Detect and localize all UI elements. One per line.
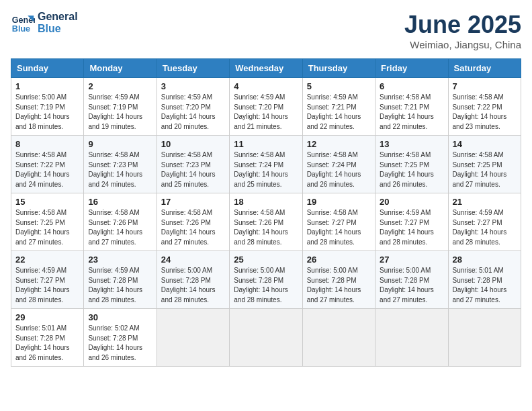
day-of-week-wednesday: Wednesday xyxy=(230,59,302,78)
day-number: 17 xyxy=(161,197,225,207)
title-area: June 2025 Weimiao, Jiangsu, China xyxy=(404,11,521,50)
calendar-cell-7: 7Sunrise: 4:58 AM Sunset: 7:22 PM Daylig… xyxy=(448,78,521,136)
calendar-cell-4: 4Sunrise: 4:59 AM Sunset: 7:20 PM Daylig… xyxy=(230,78,302,136)
day-number: 13 xyxy=(380,139,443,149)
day-number: 9 xyxy=(88,139,152,149)
day-number: 5 xyxy=(307,81,371,91)
day-content: Sunrise: 5:01 AM Sunset: 7:28 PM Dayligh… xyxy=(15,324,79,363)
calendar-cell-30: 30Sunrise: 5:02 AM Sunset: 7:28 PM Dayli… xyxy=(84,309,157,367)
calendar-cell-23: 23Sunrise: 4:59 AM Sunset: 7:28 PM Dayli… xyxy=(84,251,157,309)
day-content: Sunrise: 4:59 AM Sunset: 7:20 PM Dayligh… xyxy=(234,93,298,132)
day-of-week-sunday: Sunday xyxy=(11,59,84,78)
day-content: Sunrise: 4:58 AM Sunset: 7:22 PM Dayligh… xyxy=(453,93,517,132)
calendar-cell-3: 3Sunrise: 4:59 AM Sunset: 7:20 PM Daylig… xyxy=(157,78,229,136)
day-content: Sunrise: 5:00 AM Sunset: 7:19 PM Dayligh… xyxy=(15,93,79,132)
day-number: 23 xyxy=(88,255,152,265)
day-content: Sunrise: 4:58 AM Sunset: 7:21 PM Dayligh… xyxy=(380,93,443,132)
calendar-cell-29: 29Sunrise: 5:01 AM Sunset: 7:28 PM Dayli… xyxy=(11,309,84,367)
day-number: 28 xyxy=(453,255,517,265)
day-of-week-tuesday: Tuesday xyxy=(157,59,229,78)
calendar-cell-26: 26Sunrise: 5:00 AM Sunset: 7:28 PM Dayli… xyxy=(302,251,375,309)
calendar-week-1: 8Sunrise: 4:58 AM Sunset: 7:22 PM Daylig… xyxy=(11,136,521,193)
calendar-cell-12: 12Sunrise: 4:58 AM Sunset: 7:24 PM Dayli… xyxy=(302,136,375,193)
day-content: Sunrise: 4:58 AM Sunset: 7:23 PM Dayligh… xyxy=(161,150,225,189)
day-of-week-monday: Monday xyxy=(84,59,157,78)
calendar-cell-empty xyxy=(157,309,229,367)
calendar: SundayMondayTuesdayWednesdayThursdayFrid… xyxy=(11,58,521,367)
day-number: 8 xyxy=(15,139,79,149)
calendar-cell-28: 28Sunrise: 5:01 AM Sunset: 7:28 PM Dayli… xyxy=(448,251,521,309)
day-content: Sunrise: 5:00 AM Sunset: 7:28 PM Dayligh… xyxy=(380,266,443,305)
day-of-week-friday: Friday xyxy=(375,59,448,78)
day-content: Sunrise: 4:58 AM Sunset: 7:22 PM Dayligh… xyxy=(15,150,79,189)
calendar-header-row: SundayMondayTuesdayWednesdayThursdayFrid… xyxy=(11,59,521,78)
logo-blue: Blue xyxy=(38,23,78,35)
location-title: Weimiao, Jiangsu, China xyxy=(404,39,521,50)
calendar-cell-21: 21Sunrise: 4:59 AM Sunset: 7:27 PM Dayli… xyxy=(448,193,521,251)
day-content: Sunrise: 4:58 AM Sunset: 7:27 PM Dayligh… xyxy=(307,208,371,247)
day-content: Sunrise: 4:58 AM Sunset: 7:26 PM Dayligh… xyxy=(88,208,152,247)
calendar-week-3: 22Sunrise: 4:59 AM Sunset: 7:27 PM Dayli… xyxy=(11,251,521,309)
day-number: 10 xyxy=(161,139,225,149)
calendar-cell-17: 17Sunrise: 4:58 AM Sunset: 7:26 PM Dayli… xyxy=(157,193,229,251)
day-number: 15 xyxy=(15,197,79,207)
day-number: 25 xyxy=(234,255,298,265)
day-content: Sunrise: 4:58 AM Sunset: 7:26 PM Dayligh… xyxy=(161,208,225,247)
day-number: 3 xyxy=(161,81,225,91)
month-title: June 2025 xyxy=(404,11,521,39)
day-number: 21 xyxy=(453,197,517,207)
calendar-cell-2: 2Sunrise: 4:59 AM Sunset: 7:19 PM Daylig… xyxy=(84,78,157,136)
calendar-cell-empty xyxy=(375,309,448,367)
header: General Blue General Blue June 2025 Weim… xyxy=(11,11,521,50)
day-content: Sunrise: 4:59 AM Sunset: 7:19 PM Dayligh… xyxy=(88,93,152,132)
day-content: Sunrise: 5:01 AM Sunset: 7:28 PM Dayligh… xyxy=(453,266,517,305)
day-number: 18 xyxy=(234,197,298,207)
logo-icon: General Blue xyxy=(11,11,35,35)
calendar-week-0: 1Sunrise: 5:00 AM Sunset: 7:19 PM Daylig… xyxy=(11,78,521,136)
calendar-cell-22: 22Sunrise: 4:59 AM Sunset: 7:27 PM Dayli… xyxy=(11,251,84,309)
day-number: 26 xyxy=(307,255,371,265)
day-content: Sunrise: 4:58 AM Sunset: 7:25 PM Dayligh… xyxy=(453,150,517,189)
calendar-cell-16: 16Sunrise: 4:58 AM Sunset: 7:26 PM Dayli… xyxy=(84,193,157,251)
calendar-cell-24: 24Sunrise: 5:00 AM Sunset: 7:28 PM Dayli… xyxy=(157,251,229,309)
calendar-cell-14: 14Sunrise: 4:58 AM Sunset: 7:25 PM Dayli… xyxy=(448,136,521,193)
calendar-cell-10: 10Sunrise: 4:58 AM Sunset: 7:23 PM Dayli… xyxy=(157,136,229,193)
day-content: Sunrise: 4:58 AM Sunset: 7:25 PM Dayligh… xyxy=(380,150,443,189)
day-of-week-saturday: Saturday xyxy=(448,59,521,78)
day-number: 20 xyxy=(380,197,443,207)
day-content: Sunrise: 5:00 AM Sunset: 7:28 PM Dayligh… xyxy=(161,266,225,305)
day-number: 4 xyxy=(234,81,298,91)
calendar-week-2: 15Sunrise: 4:58 AM Sunset: 7:25 PM Dayli… xyxy=(11,193,521,251)
calendar-cell-empty xyxy=(302,309,375,367)
day-content: Sunrise: 5:00 AM Sunset: 7:28 PM Dayligh… xyxy=(234,266,298,305)
day-number: 14 xyxy=(453,139,517,149)
day-content: Sunrise: 4:59 AM Sunset: 7:27 PM Dayligh… xyxy=(15,266,79,305)
day-content: Sunrise: 4:59 AM Sunset: 7:27 PM Dayligh… xyxy=(380,208,443,247)
calendar-cell-19: 19Sunrise: 4:58 AM Sunset: 7:27 PM Dayli… xyxy=(302,193,375,251)
svg-text:Blue: Blue xyxy=(12,24,30,34)
day-number: 12 xyxy=(307,139,371,149)
calendar-week-4: 29Sunrise: 5:01 AM Sunset: 7:28 PM Dayli… xyxy=(11,309,521,367)
calendar-cell-15: 15Sunrise: 4:58 AM Sunset: 7:25 PM Dayli… xyxy=(11,193,84,251)
calendar-cell-11: 11Sunrise: 4:58 AM Sunset: 7:24 PM Dayli… xyxy=(230,136,302,193)
calendar-cell-18: 18Sunrise: 4:58 AM Sunset: 7:26 PM Dayli… xyxy=(230,193,302,251)
calendar-cell-13: 13Sunrise: 4:58 AM Sunset: 7:25 PM Dayli… xyxy=(375,136,448,193)
day-number: 11 xyxy=(234,139,298,149)
day-content: Sunrise: 4:59 AM Sunset: 7:27 PM Dayligh… xyxy=(453,208,517,247)
calendar-cell-20: 20Sunrise: 4:59 AM Sunset: 7:27 PM Dayli… xyxy=(375,193,448,251)
day-content: Sunrise: 4:58 AM Sunset: 7:26 PM Dayligh… xyxy=(234,208,298,247)
day-number: 6 xyxy=(380,81,443,91)
calendar-cell-1: 1Sunrise: 5:00 AM Sunset: 7:19 PM Daylig… xyxy=(11,78,84,136)
day-content: Sunrise: 5:02 AM Sunset: 7:28 PM Dayligh… xyxy=(88,324,152,363)
day-content: Sunrise: 4:58 AM Sunset: 7:25 PM Dayligh… xyxy=(15,208,79,247)
day-number: 2 xyxy=(88,81,152,91)
day-content: Sunrise: 4:59 AM Sunset: 7:20 PM Dayligh… xyxy=(161,93,225,132)
day-number: 16 xyxy=(88,197,152,207)
calendar-cell-9: 9Sunrise: 4:58 AM Sunset: 7:23 PM Daylig… xyxy=(84,136,157,193)
day-content: Sunrise: 5:00 AM Sunset: 7:28 PM Dayligh… xyxy=(307,266,371,305)
day-number: 24 xyxy=(161,255,225,265)
day-number: 29 xyxy=(15,312,79,322)
calendar-cell-8: 8Sunrise: 4:58 AM Sunset: 7:22 PM Daylig… xyxy=(11,136,84,193)
day-number: 27 xyxy=(380,255,443,265)
day-number: 7 xyxy=(453,81,517,91)
